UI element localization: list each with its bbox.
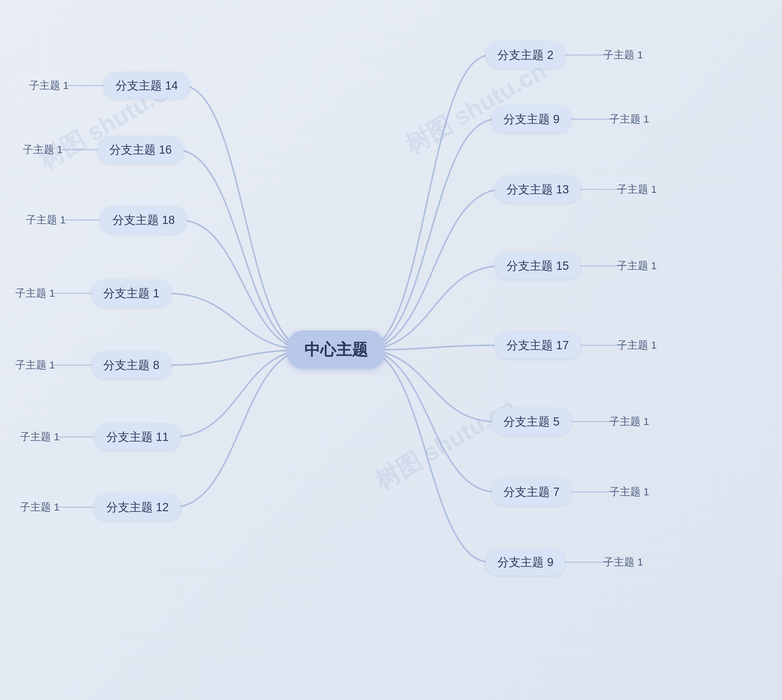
sub-node: 子主题 1 bbox=[603, 48, 643, 62]
mind-map: 中心主题 树图 shutu.cn 树图 shutu.cn 树图 shutu.cn… bbox=[0, 0, 782, 700]
sub-node: 子主题 1 bbox=[29, 78, 69, 93]
branch-node[interactable]: 分支主题 18 bbox=[101, 207, 186, 233]
branch-node[interactable]: 分支主题 15 bbox=[495, 253, 581, 279]
sub-node: 子主题 1 bbox=[15, 358, 55, 372]
branch-node[interactable]: 分支主题 5 bbox=[492, 408, 571, 435]
sub-node: 子主题 1 bbox=[603, 555, 643, 569]
sub-node: 子主题 1 bbox=[26, 213, 66, 227]
sub-node: 子主题 1 bbox=[20, 430, 60, 444]
branch-node[interactable]: 分支主题 11 bbox=[95, 424, 181, 450]
branch-node[interactable]: 分支主题 16 bbox=[98, 137, 184, 163]
sub-node: 子主题 1 bbox=[609, 112, 649, 126]
branch-node[interactable]: 分支主题 9 bbox=[486, 549, 565, 576]
branch-node[interactable]: 分支主题 13 bbox=[495, 176, 581, 203]
center-node[interactable]: 中心主题 bbox=[288, 331, 384, 369]
branch-node[interactable]: 分支主题 9 bbox=[492, 106, 571, 133]
sub-node: 子主题 1 bbox=[617, 259, 657, 273]
branch-node[interactable]: 分支主题 17 bbox=[495, 332, 581, 359]
branch-node[interactable]: 分支主题 12 bbox=[95, 494, 181, 521]
branch-node[interactable]: 分支主题 14 bbox=[104, 72, 190, 99]
branch-node[interactable]: 分支主题 2 bbox=[486, 42, 565, 68]
sub-node: 子主题 1 bbox=[617, 338, 657, 352]
branch-node[interactable]: 分支主题 7 bbox=[492, 479, 571, 505]
sub-node: 子主题 1 bbox=[617, 182, 657, 197]
sub-node: 子主题 1 bbox=[20, 500, 60, 514]
center-label: 中心主题 bbox=[304, 341, 368, 358]
sub-node: 子主题 1 bbox=[23, 143, 63, 157]
branch-node[interactable]: 分支主题 1 bbox=[92, 280, 171, 307]
sub-node: 子主题 1 bbox=[609, 485, 649, 499]
branch-node[interactable]: 分支主题 8 bbox=[92, 352, 171, 378]
connections-svg bbox=[0, 0, 782, 700]
sub-node: 子主题 1 bbox=[609, 415, 649, 429]
sub-node: 子主题 1 bbox=[15, 286, 55, 300]
